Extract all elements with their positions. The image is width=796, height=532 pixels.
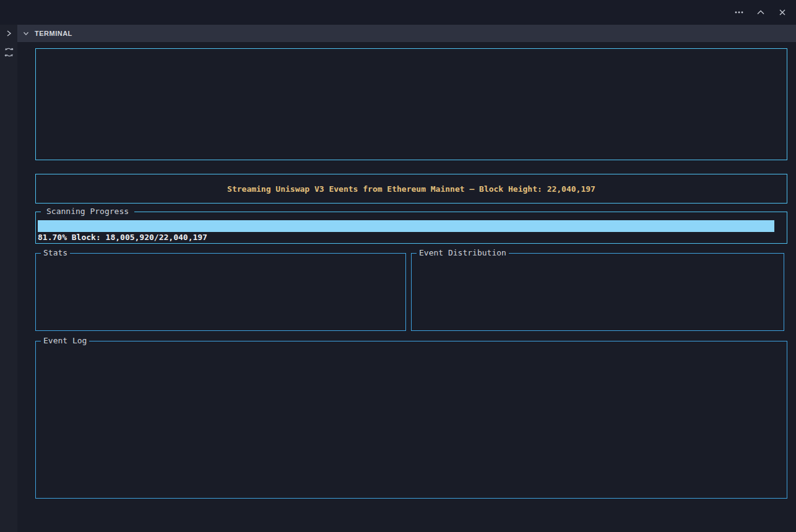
stream-banner-text: Streaming Uniswap V3 Events from Ethereu… (227, 184, 595, 194)
panel-title: TERMINAL (35, 30, 72, 37)
progress-bar-track (38, 220, 774, 232)
panel-actions (734, 7, 787, 17)
stream-banner-box: Streaming Uniswap V3 Events from Ethereu… (35, 174, 787, 204)
panel-side-rail-top (0, 25, 17, 42)
terminal-viewport[interactable]: Streaming Uniswap V3 Events from Ethereu… (17, 42, 796, 532)
event-log-title: Event Log (41, 335, 89, 346)
more-actions-icon[interactable] (734, 7, 744, 17)
event-distribution-box: Event Distribution (411, 253, 784, 331)
progress-bar-fill (38, 220, 774, 232)
panel-tab-bar (0, 0, 796, 25)
sync-icon[interactable] (4, 47, 14, 58)
event-distribution-title: Event Distribution (417, 247, 509, 258)
scanning-progress-box: Scanning Progress 81.70% Block: 18,005,9… (35, 212, 787, 244)
terminal-panel-header[interactable]: TERMINAL (17, 25, 796, 42)
close-panel-icon[interactable] (777, 7, 787, 17)
maximize-panel-icon[interactable] (756, 7, 766, 17)
chevron-right-icon[interactable] (4, 28, 14, 38)
ascii-banner-box (35, 48, 787, 160)
progress-label: 81.70% Block: 18,005,920/22,040,197 (38, 233, 207, 242)
event-log-box: Event Log (35, 341, 787, 499)
stats-title: Stats (41, 247, 70, 258)
chevron-down-icon[interactable] (22, 29, 30, 38)
panel-side-rail (0, 42, 17, 532)
stats-box: Stats (35, 253, 406, 331)
scanning-progress-title: Scanning Progress (41, 206, 134, 217)
